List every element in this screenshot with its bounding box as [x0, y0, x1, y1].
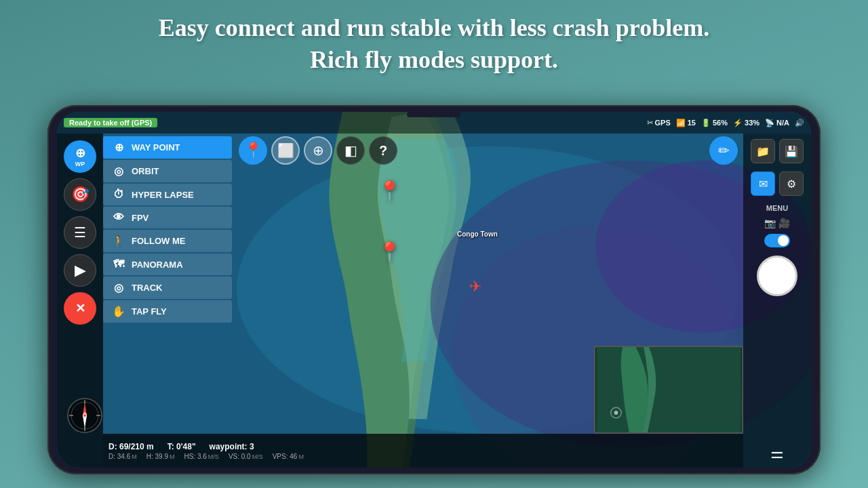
fly-mode-panorama[interactable]: 🗺 PANORAMA: [103, 253, 232, 275]
panorama-icon: 🗺: [111, 258, 126, 270]
battery1-status: 🔋 56%: [701, 119, 728, 127]
map-pin-blue: 📍: [378, 241, 401, 263]
help-button[interactable]: ?: [369, 136, 397, 165]
camera-toggle-row: 📷 🎥: [764, 218, 790, 228]
wp-mode-button[interactable]: ⊕ WP: [64, 140, 96, 173]
panorama-label: PANORAMA: [132, 260, 183, 270]
audio-status: 🔊: [795, 119, 804, 127]
vps-label: VPS: 46M: [273, 453, 304, 460]
fly-mode-waypoint[interactable]: ⊕ WAY POINT: [103, 136, 232, 159]
sliders-button[interactable]: ⚌: [770, 445, 784, 462]
tapfly-icon: ✋: [111, 305, 126, 318]
svg-point-14: [83, 414, 86, 417]
compass: [66, 397, 103, 434]
hyperlapse-label: HYPER LAPSE: [132, 190, 194, 200]
svg-point-17: [614, 411, 618, 415]
camera-mode-toggle[interactable]: [764, 234, 790, 247]
fly-mode-tapfly[interactable]: ✋ TAP FLY: [103, 300, 232, 323]
fly-mode-hyperlapse[interactable]: ⏱ HYPER LAPSE: [103, 184, 232, 205]
signal-status: 📶 15: [676, 119, 696, 127]
gps-status: ✂ GPS: [647, 119, 671, 127]
save-button[interactable]: 💾: [779, 139, 804, 163]
mh-label: H: 39.9M: [146, 453, 175, 460]
gear-button[interactable]: ⚙: [779, 171, 804, 196]
menu-label: MENU: [766, 204, 788, 212]
distance-stat: D: 69/210 m: [108, 442, 154, 451]
vs-label: VS: 0.0M/S: [229, 453, 263, 460]
top-toolbar: 📍 ⬜ ⊕ ◧ ? ✏: [233, 134, 743, 167]
followme-label: FOLLOW ME: [132, 236, 185, 246]
phone-screen: Congo Town 📍 📍 ✈ Ready to take off (GPS)…: [57, 112, 811, 468]
video-icon: 🎥: [778, 218, 790, 228]
folder-button[interactable]: 📁: [751, 139, 775, 163]
track-label: TRACK: [132, 283, 163, 293]
hyperlapse-icon: ⏱: [111, 188, 126, 201]
waypoint-label: WAY POINT: [132, 142, 180, 152]
banner-line1: Easy connect and run stable with less cr…: [159, 14, 709, 41]
fly-mode-fpv[interactable]: 👁 FPV: [103, 207, 232, 228]
followme-icon: 🚶: [111, 235, 126, 247]
mini-map: [594, 346, 743, 434]
shutter-button[interactable]: [757, 256, 797, 296]
play-button[interactable]: ▶: [64, 254, 96, 287]
rc-signal-status: 📡 N/A: [765, 119, 789, 127]
close-button[interactable]: ✕: [64, 292, 96, 325]
orbit-label: ORBIT: [132, 166, 159, 176]
toggle-knob: [778, 235, 789, 246]
fpv-label: FPV: [132, 213, 149, 223]
message-button[interactable]: ✉: [751, 171, 775, 196]
pen-button[interactable]: ✏: [709, 136, 738, 165]
map-location-name: Congo Town: [457, 230, 498, 238]
banner-line2: Rich fly modes support.: [310, 46, 558, 73]
right-top-buttons: 📁 💾: [751, 139, 804, 163]
bottom-row-detail: D: 34.6M H: 39.9M HS: 3.6M/S VS: 0.0M/S …: [108, 453, 738, 460]
target-button[interactable]: ⊕: [304, 136, 332, 165]
map-pin-red: 📍: [378, 180, 401, 202]
waypoint-count: waypoint: 3: [210, 442, 254, 451]
phone-frame: Congo Town 📍 📍 ✈ Ready to take off (GPS)…: [47, 105, 821, 474]
time-stat: T: 0'48": [167, 442, 196, 451]
bottom-info-bar: D: 69/210 m T: 0'48" waypoint: 3 D: 34.6…: [103, 434, 743, 468]
orbit-icon: ◎: [111, 165, 126, 178]
bottom-row-main: D: 69/210 m T: 0'48" waypoint: 3: [108, 442, 738, 451]
camera-mode-button[interactable]: 🎯: [64, 178, 96, 211]
top-banner: Easy connect and run stable with less cr…: [0, 0, 868, 85]
layers-button[interactable]: ◧: [336, 136, 365, 165]
waypoint-icon: ⊕: [111, 141, 126, 154]
fpv-icon: 👁: [111, 211, 126, 224]
phone-notch: [407, 112, 461, 117]
fly-mode-track[interactable]: ◎ TRACK: [103, 277, 232, 299]
fly-mode-menu: ⊕ WAY POINT ◎ ORBIT ⏱ HYPER LAPSE 👁 FPV …: [103, 136, 232, 323]
location-add-button[interactable]: 📍: [239, 136, 267, 165]
erase-button[interactable]: ⬜: [271, 136, 300, 165]
ready-status: Ready to take off (GPS): [64, 118, 157, 127]
battery2-status: ⚡ 33%: [733, 119, 760, 127]
hs-label: HS: 3.6M/S: [184, 453, 219, 460]
track-icon: ◎: [111, 281, 126, 294]
settings-mode-button[interactable]: ☰: [64, 216, 96, 249]
tapfly-label: TAP FLY: [132, 306, 167, 317]
photo-icon: 📷: [764, 218, 776, 228]
fly-mode-followme[interactable]: 🚶 FOLLOW ME: [103, 230, 232, 252]
right-second-buttons: ✉ ⚙: [751, 171, 804, 196]
drone-icon: ✈: [469, 278, 481, 296]
right-panel: 📁 💾 ✉ ⚙ MENU 📷 🎥 ⚌: [743, 134, 811, 468]
svg-rect-15: [596, 347, 741, 432]
d-label: D: 34.6M: [108, 453, 137, 460]
fly-mode-orbit[interactable]: ◎ ORBIT: [103, 160, 232, 182]
